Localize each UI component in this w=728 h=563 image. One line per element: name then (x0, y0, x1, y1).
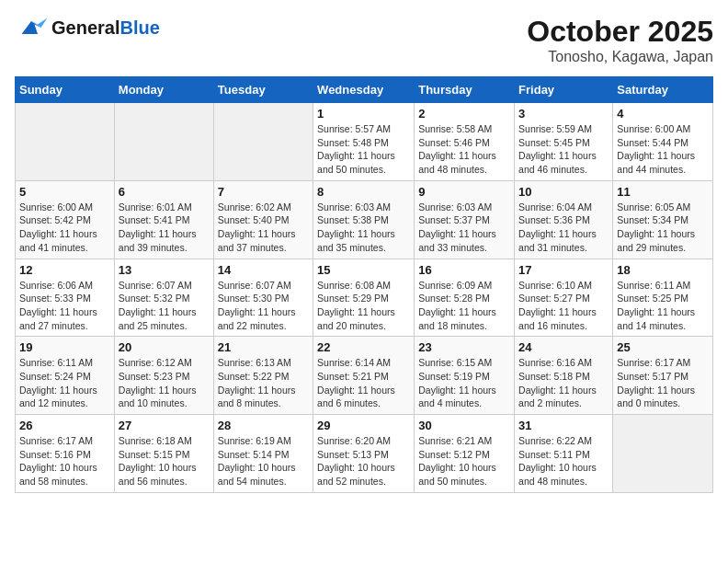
day-info: Sunrise: 6:07 AMSunset: 5:30 PMDaylight:… (218, 279, 309, 333)
calendar-cell: 18Sunrise: 6:11 AMSunset: 5:25 PMDayligh… (613, 259, 713, 337)
calendar-cell: 31Sunrise: 6:22 AMSunset: 5:11 PMDayligh… (515, 415, 613, 493)
day-number: 15 (317, 263, 410, 277)
day-number: 9 (418, 185, 510, 199)
day-number: 11 (617, 185, 709, 199)
day-number: 1 (317, 107, 410, 121)
calendar-cell: 20Sunrise: 6:12 AMSunset: 5:23 PMDayligh… (114, 337, 213, 415)
calendar-cell: 21Sunrise: 6:13 AMSunset: 5:22 PMDayligh… (213, 337, 313, 415)
header-day-tuesday: Tuesday (213, 77, 313, 103)
day-number: 22 (317, 340, 410, 354)
day-number: 13 (119, 263, 210, 277)
day-info: Sunrise: 6:16 AMSunset: 5:18 PMDaylight:… (518, 356, 609, 410)
day-number: 8 (317, 185, 410, 199)
day-info: Sunrise: 5:58 AMSunset: 5:46 PMDaylight:… (418, 122, 510, 177)
day-number: 20 (119, 340, 210, 354)
day-info: Sunrise: 6:17 AMSunset: 5:17 PMDaylight:… (617, 356, 709, 410)
day-info: Sunrise: 6:11 AMSunset: 5:25 PMDaylight:… (617, 279, 709, 333)
calendar-cell: 2Sunrise: 5:58 AMSunset: 5:46 PMDaylight… (415, 103, 515, 181)
day-number: 29 (317, 419, 410, 432)
day-number: 16 (418, 263, 510, 277)
logo-text: GeneralBlue (51, 17, 160, 38)
header-day-sunday: Sunday (16, 77, 115, 103)
day-info: Sunrise: 6:05 AMSunset: 5:34 PMDaylight:… (617, 201, 709, 255)
logo: GeneralBlue (15, 15, 160, 40)
calendar-cell: 3Sunrise: 5:59 AMSunset: 5:45 PMDaylight… (515, 103, 613, 181)
calendar-cell: 15Sunrise: 6:08 AMSunset: 5:29 PMDayligh… (313, 259, 415, 337)
calendar-cell: 29Sunrise: 6:20 AMSunset: 5:13 PMDayligh… (313, 415, 415, 493)
day-number: 14 (218, 263, 309, 277)
day-number: 12 (19, 263, 110, 277)
day-info: Sunrise: 6:02 AMSunset: 5:40 PMDaylight:… (218, 201, 309, 255)
calendar-cell (213, 103, 313, 181)
day-number: 25 (617, 340, 709, 354)
day-number: 28 (218, 419, 309, 432)
calendar-cell: 10Sunrise: 6:04 AMSunset: 5:36 PMDayligh… (515, 180, 613, 259)
day-number: 26 (19, 419, 110, 432)
day-number: 2 (418, 107, 510, 121)
header-day-friday: Friday (515, 77, 613, 103)
header-day-saturday: Saturday (613, 77, 713, 103)
calendar-cell: 26Sunrise: 6:17 AMSunset: 5:16 PMDayligh… (16, 415, 115, 493)
day-info: Sunrise: 5:59 AMSunset: 5:45 PMDaylight:… (518, 122, 609, 177)
day-number: 10 (518, 185, 609, 199)
page-header: GeneralBlue October 2025 Tonosho, Kagawa… (15, 15, 713, 65)
calendar-table: SundayMondayTuesdayWednesdayThursdayFrid… (15, 76, 713, 493)
day-number: 24 (518, 340, 609, 354)
day-number: 4 (617, 107, 709, 121)
day-info: Sunrise: 6:11 AMSunset: 5:24 PMDaylight:… (19, 356, 110, 410)
calendar-cell: 11Sunrise: 6:05 AMSunset: 5:34 PMDayligh… (613, 180, 713, 259)
day-info: Sunrise: 6:10 AMSunset: 5:27 PMDaylight:… (518, 279, 609, 333)
day-number: 31 (518, 419, 609, 432)
day-number: 18 (617, 263, 709, 277)
calendar-cell (613, 415, 713, 493)
day-number: 17 (518, 263, 609, 277)
calendar-cell: 22Sunrise: 6:14 AMSunset: 5:21 PMDayligh… (313, 337, 415, 415)
calendar-cell: 4Sunrise: 6:00 AMSunset: 5:44 PMDaylight… (613, 103, 713, 181)
calendar-cell: 6Sunrise: 6:01 AMSunset: 5:41 PMDaylight… (114, 180, 213, 259)
day-number: 30 (418, 419, 510, 432)
calendar-week-3: 12Sunrise: 6:06 AMSunset: 5:33 PMDayligh… (16, 259, 713, 337)
logo-icon (15, 15, 48, 40)
calendar-body: 1Sunrise: 5:57 AMSunset: 5:48 PMDaylight… (16, 103, 713, 493)
header-row: SundayMondayTuesdayWednesdayThursdayFrid… (16, 77, 713, 103)
day-info: Sunrise: 6:06 AMSunset: 5:33 PMDaylight:… (19, 279, 110, 333)
calendar-cell: 1Sunrise: 5:57 AMSunset: 5:48 PMDaylight… (313, 103, 415, 181)
svg-marker-0 (22, 21, 41, 34)
day-info: Sunrise: 6:18 AMSunset: 5:15 PMDaylight:… (119, 434, 210, 488)
calendar-header: SundayMondayTuesdayWednesdayThursdayFrid… (16, 77, 713, 103)
calendar-cell: 14Sunrise: 6:07 AMSunset: 5:30 PMDayligh… (213, 259, 313, 337)
day-number: 6 (119, 185, 210, 199)
day-info: Sunrise: 6:09 AMSunset: 5:28 PMDaylight:… (418, 279, 510, 333)
calendar-cell: 7Sunrise: 6:02 AMSunset: 5:40 PMDaylight… (213, 180, 313, 259)
calendar-cell: 30Sunrise: 6:21 AMSunset: 5:12 PMDayligh… (415, 415, 515, 493)
day-info: Sunrise: 6:20 AMSunset: 5:13 PMDaylight:… (317, 434, 410, 488)
header-day-wednesday: Wednesday (313, 77, 415, 103)
day-info: Sunrise: 6:03 AMSunset: 5:37 PMDaylight:… (418, 201, 510, 255)
calendar-cell: 5Sunrise: 6:00 AMSunset: 5:42 PMDaylight… (16, 180, 115, 259)
day-info: Sunrise: 6:19 AMSunset: 5:14 PMDaylight:… (218, 434, 309, 488)
day-info: Sunrise: 6:01 AMSunset: 5:41 PMDaylight:… (119, 201, 210, 255)
calendar-cell: 27Sunrise: 6:18 AMSunset: 5:15 PMDayligh… (114, 415, 213, 493)
day-info: Sunrise: 6:15 AMSunset: 5:19 PMDaylight:… (418, 356, 510, 410)
calendar-cell: 19Sunrise: 6:11 AMSunset: 5:24 PMDayligh… (16, 337, 115, 415)
day-number: 21 (218, 340, 309, 354)
day-info: Sunrise: 6:08 AMSunset: 5:29 PMDaylight:… (317, 279, 410, 333)
calendar-cell: 17Sunrise: 6:10 AMSunset: 5:27 PMDayligh… (515, 259, 613, 337)
calendar-week-5: 26Sunrise: 6:17 AMSunset: 5:16 PMDayligh… (16, 415, 713, 493)
calendar-cell: 9Sunrise: 6:03 AMSunset: 5:37 PMDaylight… (415, 180, 515, 259)
day-info: Sunrise: 5:57 AMSunset: 5:48 PMDaylight:… (317, 122, 410, 177)
calendar-subtitle: Tonosho, Kagawa, Japan (527, 49, 713, 65)
calendar-cell: 13Sunrise: 6:07 AMSunset: 5:32 PMDayligh… (114, 259, 213, 337)
day-info: Sunrise: 6:07 AMSunset: 5:32 PMDaylight:… (119, 279, 210, 333)
day-number: 27 (119, 419, 210, 432)
day-info: Sunrise: 6:03 AMSunset: 5:38 PMDaylight:… (317, 201, 410, 255)
day-number: 3 (518, 107, 609, 121)
calendar-cell (114, 103, 213, 181)
calendar-cell: 8Sunrise: 6:03 AMSunset: 5:38 PMDaylight… (313, 180, 415, 259)
day-info: Sunrise: 6:04 AMSunset: 5:36 PMDaylight:… (518, 201, 609, 255)
calendar-cell: 24Sunrise: 6:16 AMSunset: 5:18 PMDayligh… (515, 337, 613, 415)
calendar-cell: 25Sunrise: 6:17 AMSunset: 5:17 PMDayligh… (613, 337, 713, 415)
header-day-thursday: Thursday (415, 77, 515, 103)
day-number: 23 (418, 340, 510, 354)
day-info: Sunrise: 6:22 AMSunset: 5:11 PMDaylight:… (518, 434, 609, 488)
